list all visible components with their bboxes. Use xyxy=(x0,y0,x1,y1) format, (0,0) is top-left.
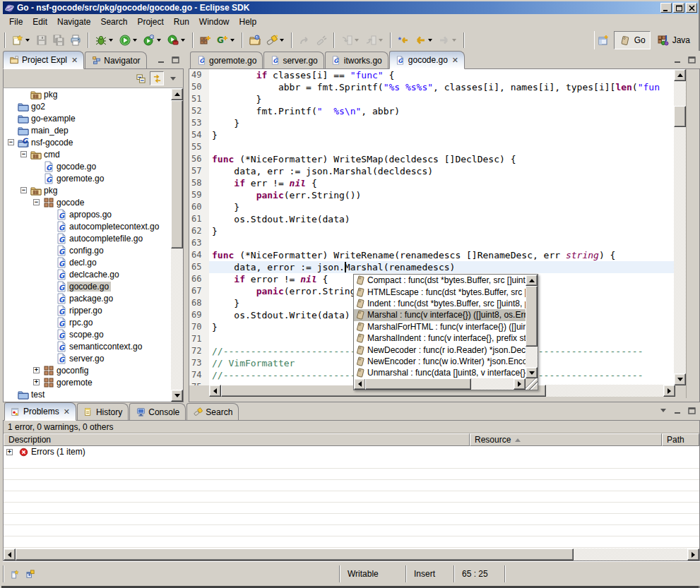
assist-scroll-right[interactable] xyxy=(514,378,526,390)
code-line-60[interactable]: 60 } xyxy=(189,201,675,213)
fast-view-icon[interactable] xyxy=(10,569,20,579)
previous-annotation-button[interactable] xyxy=(362,32,386,49)
code-line-65[interactable]: 65 data, error := json.Marshal(renamedes… xyxy=(189,261,675,273)
collapse-all-button[interactable] xyxy=(134,71,148,85)
tab-problems-view[interactable]: Problems✕ xyxy=(4,402,76,421)
new-package-button[interactable] xyxy=(197,32,214,49)
assist-item-htmlescape[interactable]: HTMLEscape : func(dst *bytes.Buffer, src… xyxy=(354,286,526,297)
tree-item-goremote-go[interactable]: Ggoremote.go xyxy=(4,172,171,184)
assist-vertical-scrollbar[interactable] xyxy=(526,275,538,378)
assist-item-newencoder[interactable]: NewEncoder : func(w io.Writer) *json.Enc… xyxy=(354,356,526,367)
link-with-editor-button[interactable] xyxy=(150,71,164,85)
tab-search-view[interactable]: Search xyxy=(186,403,239,420)
code-line-64[interactable]: 64func (*NiceFormatter) WriteRename(rena… xyxy=(189,249,675,261)
mark-occurrences-button[interactable] xyxy=(313,32,330,49)
assist-item-unmarshal[interactable]: Unmarshal : func(data []uint8, v interfa… xyxy=(354,367,526,378)
tree-vertical-scrollbar[interactable] xyxy=(171,88,183,402)
editor-vertical-scrollbar[interactable] xyxy=(674,69,686,385)
tree-item-goconfig[interactable]: +goconfig xyxy=(4,364,171,376)
assist-item-indent[interactable]: Indent : func(dst *bytes.Buffer, src []u… xyxy=(354,298,526,309)
code-line-51[interactable]: 51 } xyxy=(189,93,675,105)
code-line-50[interactable]: 50 abbr = fmt.Sprintf("%s %s%s", classes… xyxy=(189,81,675,93)
tree-item-config-go[interactable]: Gconfig.go xyxy=(4,244,171,256)
editor-scroll-right[interactable] xyxy=(663,385,675,397)
tree-item-pkg[interactable]: −pkg xyxy=(4,184,171,196)
editor-scroll-down[interactable] xyxy=(674,373,686,385)
tab-goremote-go-editor[interactable]: Ggoremote.go xyxy=(190,52,263,68)
tree-collapse-toggle[interactable]: − xyxy=(20,151,27,157)
tree-item-rpc-go[interactable]: Grpc.go xyxy=(4,316,171,328)
tab-close-icon[interactable]: ✕ xyxy=(71,56,78,65)
tree-item-go2[interactable]: go2 xyxy=(4,100,171,112)
tree-item-package-go[interactable]: Gpackage.go xyxy=(4,292,171,304)
tab-gocode-go-editor[interactable]: Ggocode.go✕ xyxy=(389,51,465,69)
view-maximize-button[interactable] xyxy=(170,54,181,65)
tree-item-main-dep[interactable]: main_dep xyxy=(4,124,171,136)
back-button[interactable] xyxy=(412,32,436,49)
forward-button[interactable] xyxy=(436,32,460,49)
tab-server-go-editor[interactable]: Gserver.go xyxy=(263,52,324,68)
run-history-button[interactable] xyxy=(141,32,165,49)
problems-scroll-right[interactable] xyxy=(687,548,699,560)
problems-scroll-left[interactable] xyxy=(4,548,16,560)
column-header-resource[interactable]: Resource xyxy=(470,433,662,446)
last-edit-button[interactable] xyxy=(296,32,313,49)
open-perspective-button[interactable] xyxy=(595,32,612,49)
code-line-52[interactable]: 52 fmt.Printf(" %s\n", abbr) xyxy=(189,105,675,117)
editor-scroll-thumb[interactable] xyxy=(674,106,686,127)
view-minimize-button[interactable] xyxy=(155,54,167,65)
code-line-61[interactable]: 61 os.Stdout.Write(data) xyxy=(189,213,675,225)
tab-project-expl[interactable]: Project Expl✕ xyxy=(3,51,84,69)
back-to-last-edit-button[interactable] xyxy=(395,32,412,49)
problems-minimize[interactable] xyxy=(672,405,683,416)
print-button[interactable] xyxy=(67,32,84,49)
problems-hscroll-thumb[interactable] xyxy=(16,548,574,560)
column-header-path[interactable]: Path xyxy=(662,433,699,446)
tree-scroll-down[interactable] xyxy=(171,390,183,402)
tree-item-gocode[interactable]: −gocode xyxy=(4,196,171,208)
tree-collapse-toggle[interactable]: − xyxy=(33,199,40,205)
tree-item-ripper-go[interactable]: Gripper.go xyxy=(4,304,171,316)
code-line-59[interactable]: 59 panic(err.String()) xyxy=(189,189,675,201)
assist-item-compact[interactable]: Compact : func(dst *bytes.Buffer, src []… xyxy=(354,275,526,286)
assist-scroll-up[interactable] xyxy=(526,275,538,286)
assist-item-newdecoder[interactable]: NewDecoder : func(r io.Reader) *json.Dec… xyxy=(354,344,526,355)
code-line-63[interactable]: 63 xyxy=(189,237,675,249)
editor-scroll-left[interactable] xyxy=(209,385,221,397)
assist-horizontal-scrollbar[interactable] xyxy=(354,378,526,390)
open-resource-button[interactable] xyxy=(247,32,263,49)
run-button[interactable] xyxy=(117,32,141,49)
assist-item-marshalforhtml[interactable]: MarshalForHTML : func(v interface{}) ([]… xyxy=(354,321,526,332)
view-minimize-button[interactable] xyxy=(672,54,683,65)
assist-resize-grip[interactable] xyxy=(526,378,538,390)
tree-item-autocompletefile-go[interactable]: Gautocompletefile.go xyxy=(4,232,171,244)
menu-search[interactable]: Search xyxy=(95,15,132,29)
tree-item-cmd[interactable]: −cmd xyxy=(4,148,171,160)
save-all-button[interactable] xyxy=(50,32,67,49)
search-toolbar-button[interactable] xyxy=(263,32,287,49)
tab-close-icon[interactable]: ✕ xyxy=(64,407,70,416)
tree-item-goremote[interactable]: +goremote xyxy=(4,376,171,388)
tree-item-gocode-go[interactable]: Ggocode.go xyxy=(4,280,171,292)
assist-item-marshalindent[interactable]: MarshalIndent : func(v interface{}, pref… xyxy=(354,332,526,344)
tree-scroll-up[interactable] xyxy=(171,88,183,100)
problems-maximize[interactable] xyxy=(686,405,697,416)
assist-item-marshal[interactable]: Marshal : func(v interface{}) ([]uint8, … xyxy=(354,309,526,320)
tree-collapse-toggle[interactable]: − xyxy=(20,187,27,193)
tree-item-apropos-go[interactable]: Gapropos.go xyxy=(4,208,171,220)
tree-item-test[interactable]: test xyxy=(4,388,171,400)
code-line-58[interactable]: 58 if err != nil { xyxy=(189,177,675,189)
tree-item-server-go[interactable]: Gserver.go xyxy=(4,352,171,364)
view-menu-button[interactable] xyxy=(166,71,180,85)
maximize-button[interactable] xyxy=(673,3,684,13)
problems-horizontal-scrollbar[interactable] xyxy=(4,548,699,560)
tab-itworks-go-editor[interactable]: Gitworks.go xyxy=(325,52,388,68)
tree-scroll-thumb[interactable] xyxy=(171,100,183,248)
tree-item-nsf-gocode[interactable]: −Gnsf-gocode xyxy=(4,136,171,148)
tree-expand-toggle[interactable]: + xyxy=(33,367,40,373)
menu-edit[interactable]: Edit xyxy=(28,15,52,29)
tab-history-view[interactable]: History xyxy=(77,403,129,420)
perspective-java-button[interactable]: JJava xyxy=(653,32,694,49)
row-expand-toggle[interactable]: + xyxy=(6,449,13,455)
assist-scroll-left[interactable] xyxy=(354,378,366,390)
